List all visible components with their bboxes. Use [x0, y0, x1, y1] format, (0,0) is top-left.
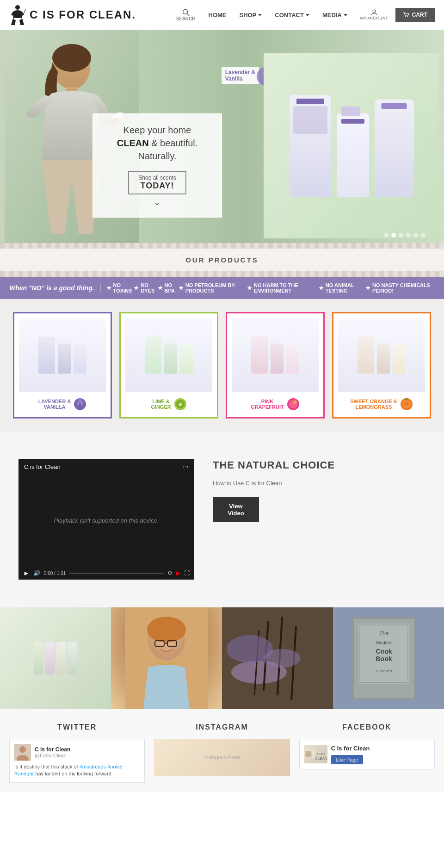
product-image-pink [232, 318, 319, 392]
video-info: THE NATURAL CHOICE How to Use C is for C… [213, 459, 426, 522]
view-video-button[interactable]: View Video [213, 497, 259, 522]
settings-icon[interactable]: ⚙ [167, 570, 173, 576]
hero-product-badge: Lavender & Vanilla [222, 67, 259, 84]
star-icon-2: ★ [158, 285, 163, 291]
twitter-text: Is it destiny that this stack of #mustre… [14, 763, 140, 778]
hero-tagline: Keep your home CLEAN & beautiful. Natura… [107, 124, 207, 162]
fullscreen-icon[interactable]: ⛶ [184, 570, 190, 576]
svg-point-6 [407, 16, 408, 17]
video-controls: ► 🔊 0:00 / 1:31 ⚙ ▶ ⛶ [18, 567, 194, 580]
nav-home[interactable]: HOME [203, 8, 232, 22]
volume-button[interactable]: 🔊 [33, 570, 40, 576]
star-icon-5: ★ [319, 285, 324, 291]
shop-cta-button[interactable]: Shop all scents TODAY! [128, 171, 186, 194]
feature-bar: When "NO" is a good thing. ★ NO toxins ★… [0, 277, 444, 299]
stripe-divider [0, 243, 444, 249]
svg-point-5 [405, 16, 406, 17]
gallery-item-bottles[interactable] [0, 607, 111, 709]
hero-arrow-icon: ⌄ [128, 197, 186, 207]
play-button[interactable]: ► [23, 569, 30, 577]
facebook-heading: FACEBOOK [342, 723, 392, 731]
svg-point-19 [79, 399, 81, 403]
svg-point-35 [147, 617, 186, 643]
dot-4[interactable] [406, 233, 411, 237]
svg-point-31 [404, 402, 409, 406]
orange-product-icon [400, 398, 413, 411]
hero-cta-area: Shop all scents TODAY! ⌄ [128, 171, 186, 207]
main-nav: HOME SHOP CONTACT MEDIA [203, 8, 353, 22]
gallery-item-person[interactable] [111, 607, 222, 709]
social-section: TWITTER C is for Clean @CisforClean [0, 709, 444, 792]
product-label-orange: SWEET ORANGE &LEMONGRASS [350, 396, 413, 412]
product-card-pink[interactable]: PINKGRAPEFRUIT [226, 312, 325, 418]
twitter-avatar-icon [14, 744, 31, 761]
feature-tagline: When "NO" is a good thing. [9, 284, 101, 292]
dot-2[interactable] [391, 233, 396, 237]
feature-item-3: ★ NO petroleum by-products [179, 282, 247, 293]
gallery-item-herbs[interactable] [222, 607, 333, 709]
facebook-page-logo: C ISFORCLEAN [304, 745, 327, 763]
nav-contact[interactable]: CONTACT [269, 8, 315, 22]
video-player[interactable]: C is for Clean ↦ Playback isn't supporte… [18, 459, 194, 580]
share-icon[interactable]: ↦ [183, 463, 189, 470]
svg-text:Modern: Modern [376, 640, 392, 645]
site-header: C IS FOR CLEAN. SEARCH HOME SHOP CONTACT… [0, 0, 444, 30]
natural-choice-title: THE NATURAL CHOICE [213, 459, 426, 471]
dot-5[interactable] [413, 233, 418, 237]
video-screen[interactable]: Playback isn't supported on this device. [18, 474, 194, 567]
search-button[interactable]: SEARCH [176, 9, 196, 21]
feature-item-5: ★ NO animal testing [319, 282, 365, 293]
svg-point-28 [293, 400, 297, 404]
video-top-bar: C is for Clean ↦ [18, 459, 194, 474]
progress-bar[interactable] [69, 573, 164, 574]
stripe-divider-2 [0, 271, 444, 277]
dot-3[interactable] [399, 233, 403, 237]
twitter-column: TWITTER C is for Clean @CisforClean [9, 723, 145, 783]
logo-text: C IS FOR CLEAN. [30, 8, 136, 21]
feature-item-1: ★ NO dyes [134, 282, 157, 293]
svg-text:Book: Book [376, 655, 392, 662]
cart-button[interactable]: CART [395, 8, 435, 22]
product-card-lavender[interactable]: LAVENDER &VANILLA [13, 312, 112, 418]
svg-text:Cook: Cook [376, 648, 392, 655]
nav-media[interactable]: MEDIA [317, 8, 353, 22]
star-icon-6: ★ [365, 285, 370, 291]
youtube-icon: ▶ [176, 570, 180, 576]
herbs-image [222, 607, 333, 709]
svg-point-0 [15, 5, 20, 10]
nav-shop[interactable]: SHOP [234, 8, 268, 22]
product-card-orange[interactable]: SWEET ORANGE &LEMONGRASS [332, 312, 431, 418]
account-button[interactable]: MY ACCOUNT [360, 9, 388, 20]
lavender-product-icon [74, 398, 86, 411]
svg-text:●: ● [179, 402, 182, 407]
product-card-lime[interactable]: LIME &GINGER ● [119, 312, 218, 418]
fb-logo-image: C IS [304, 745, 315, 763]
gallery-item-book[interactable]: The Modern Cook Book Illustrated [333, 607, 444, 709]
dot-1[interactable] [384, 233, 388, 237]
contact-chevron-icon [306, 14, 309, 16]
logo[interactable]: C IS FOR CLEAN. [9, 5, 136, 25]
product-grid: LAVENDER &VANILLA LIME &GINGER [0, 299, 444, 431]
feature-item-0: ★ NO toxins [106, 282, 134, 293]
hero-section: Keep your home CLEAN & beautiful. Natura… [0, 30, 444, 243]
svg-point-58 [19, 746, 26, 753]
dot-6[interactable] [421, 233, 426, 237]
photo-gallery: The Modern Cook Book Illustrated [0, 607, 444, 709]
facebook-widget: C ISFORCLEAN C is for Clean Like Page [299, 739, 435, 769]
feature-items: ★ NO toxins ★ NO dyes ★ NO BPA ★ NO petr… [106, 282, 435, 293]
shop-chevron-icon [258, 14, 262, 16]
feature-item-6: ★ NO nasty chemicals PERIOD! [365, 282, 435, 293]
facebook-like-button[interactable]: Like Page [331, 755, 363, 764]
svg-line-3 [187, 13, 189, 16]
instagram-heading: INSTAGRAM [196, 723, 248, 731]
svg-text:The: The [379, 630, 389, 637]
svg-text:C IS: C IS [307, 754, 310, 756]
star-icon-1: ★ [134, 285, 139, 291]
product-label-pink: PINKGRAPEFRUIT [251, 396, 300, 412]
instagram-feed: Instagram Feed [154, 739, 290, 776]
twitter-heading: TWITTER [57, 723, 97, 731]
star-icon-0: ★ [106, 285, 111, 291]
hero-products-area [264, 53, 439, 238]
twitter-avatar [14, 744, 31, 761]
twitter-post: C is for Clean @CisforClean Is it destin… [9, 739, 145, 783]
